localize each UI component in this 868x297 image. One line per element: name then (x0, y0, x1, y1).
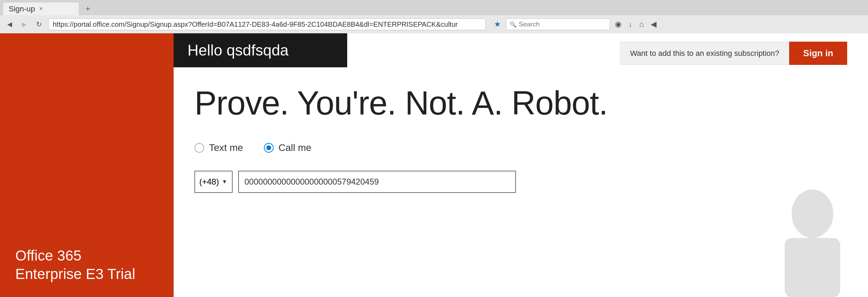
search-input[interactable] (519, 20, 595, 28)
forward-button[interactable]: ▶ (19, 19, 30, 30)
prove-heading: Prove. You're. Not. A. Robot. (194, 85, 847, 121)
svg-rect-1 (785, 238, 840, 297)
text-me-radio[interactable] (194, 143, 204, 153)
sign-in-area: Want to add this to an existing subscrip… (620, 42, 847, 65)
address-field[interactable]: https://portal.office.com/Signup/Signup.… (48, 18, 486, 30)
hello-box: Hello qsdfsqda (174, 33, 347, 67)
search-box[interactable]: 🔍 (506, 18, 610, 30)
download-icon[interactable]: ↓ (626, 18, 634, 30)
sidebar-title: Office 365 Enterprise E3 Trial (15, 247, 158, 283)
address-text: https://portal.office.com/Signup/Signup.… (53, 20, 481, 28)
subscription-text: Want to add this to an existing subscrip… (620, 42, 790, 65)
home-icon[interactable]: ⌂ (637, 18, 646, 30)
browser-chrome: Sign-up × + ◀ ▶ ↻ https://portal.office.… (0, 0, 868, 33)
country-code-select[interactable]: (+48) ▼ (194, 171, 233, 193)
address-bar-row: ◀ ▶ ↻ https://portal.office.com/Signup/S… (0, 15, 868, 33)
top-bar: Hello qsdfsqda Want to add this to an ex… (174, 33, 868, 67)
bookmark-star-icon[interactable]: ★ (492, 18, 503, 30)
hello-text: Hello qsdfsqda (187, 42, 289, 59)
page-content: Office 365 Enterprise E3 Trial Hello qsd… (0, 33, 868, 297)
sign-in-button[interactable]: Sign in (789, 42, 847, 65)
call-me-radio[interactable] (264, 143, 274, 153)
call-me-label: Call me (278, 142, 311, 153)
call-me-option[interactable]: Call me (264, 142, 311, 153)
menu-icon[interactable]: ◀ (649, 18, 659, 30)
country-code-text: (+48) (199, 177, 219, 187)
phone-number-input[interactable] (238, 171, 516, 193)
active-tab[interactable]: Sign-up × (3, 2, 79, 15)
svg-point-0 (792, 189, 833, 238)
tab-bar: Sign-up × + (0, 0, 868, 15)
background-figure (757, 186, 868, 297)
sidebar: Office 365 Enterprise E3 Trial (0, 33, 174, 297)
new-tab-button[interactable]: + (82, 2, 94, 15)
search-magnifier-icon: 🔍 (510, 21, 517, 28)
text-me-option[interactable]: Text me (194, 142, 243, 153)
text-me-label: Text me (209, 142, 243, 153)
pocket-icon[interactable]: ◉ (613, 18, 624, 30)
reload-button[interactable]: ↻ (33, 19, 45, 30)
tab-close-icon[interactable]: × (39, 5, 43, 12)
back-button[interactable]: ◀ (4, 19, 15, 30)
tab-label: Sign-up (9, 5, 35, 14)
phone-row: (+48) ▼ (194, 171, 847, 193)
toolbar-icons: ★ 🔍 ◉ ↓ ⌂ ◀ (492, 18, 659, 30)
main-area: Hello qsdfsqda Want to add this to an ex… (174, 33, 868, 297)
radio-row: Text me Call me (194, 142, 847, 153)
country-code-arrow-icon: ▼ (222, 179, 227, 185)
